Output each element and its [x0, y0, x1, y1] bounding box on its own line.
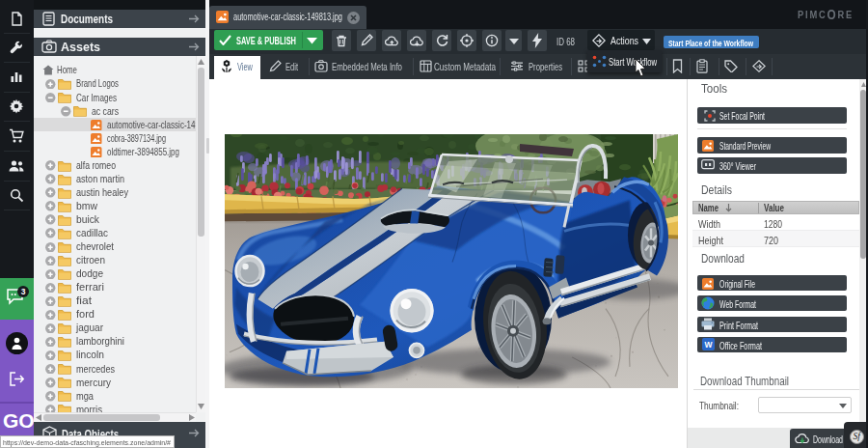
svg-text:W: W	[704, 339, 713, 349]
